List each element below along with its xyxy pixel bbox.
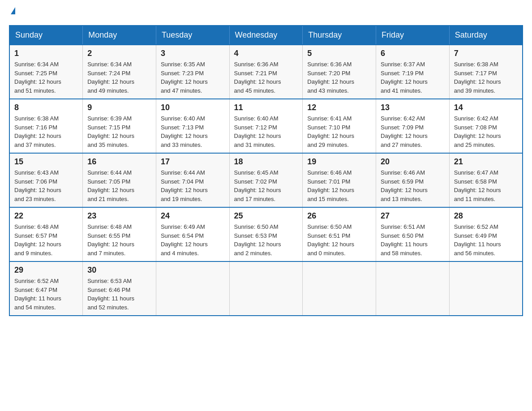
day-info: Sunrise: 6:46 AMSunset: 6:59 PMDaylight:… — [381, 168, 445, 203]
day-info: Sunrise: 6:48 AMSunset: 6:55 PMDaylight:… — [87, 223, 151, 257]
calendar-cell: 20Sunrise: 6:46 AMSunset: 6:59 PMDayligh… — [376, 153, 450, 207]
header-tuesday: Tuesday — [156, 26, 229, 45]
day-info: Sunrise: 6:37 AMSunset: 7:19 PMDaylight:… — [381, 60, 445, 95]
day-number: 18 — [234, 157, 298, 167]
calendar-cell: 6Sunrise: 6:37 AMSunset: 7:19 PMDaylight… — [376, 45, 450, 99]
day-info: Sunrise: 6:38 AMSunset: 7:17 PMDaylight:… — [454, 60, 518, 95]
day-number: 15 — [14, 157, 78, 167]
calendar-table: SundayMondayTuesdayWednesdayThursdayFrid… — [9, 25, 523, 316]
calendar-cell: 13Sunrise: 6:42 AMSunset: 7:09 PMDayligh… — [376, 99, 450, 153]
day-info: Sunrise: 6:50 AMSunset: 6:53 PMDaylight:… — [234, 223, 298, 257]
day-info: Sunrise: 6:43 AMSunset: 7:06 PMDaylight:… — [14, 168, 78, 203]
day-info: Sunrise: 6:41 AMSunset: 7:10 PMDaylight:… — [307, 114, 371, 149]
day-number: 7 — [454, 49, 518, 58]
week-row-4: 22Sunrise: 6:48 AMSunset: 6:57 PMDayligh… — [9, 207, 523, 261]
calendar-cell: 8Sunrise: 6:38 AMSunset: 7:16 PMDaylight… — [9, 99, 83, 153]
day-number: 10 — [161, 103, 225, 112]
day-number: 17 — [161, 157, 225, 167]
logo-triangle-icon — [11, 7, 15, 14]
header-row: SundayMondayTuesdayWednesdayThursdayFrid… — [9, 26, 523, 45]
calendar-cell: 5Sunrise: 6:36 AMSunset: 7:20 PMDaylight… — [303, 45, 376, 99]
calendar-cell — [449, 261, 523, 316]
calendar-cell: 14Sunrise: 6:42 AMSunset: 7:08 PMDayligh… — [449, 99, 523, 153]
calendar-cell: 21Sunrise: 6:47 AMSunset: 6:58 PMDayligh… — [449, 153, 523, 207]
calendar-cell: 15Sunrise: 6:43 AMSunset: 7:06 PMDayligh… — [9, 153, 83, 207]
calendar-cell: 1Sunrise: 6:34 AMSunset: 7:25 PMDaylight… — [9, 45, 83, 99]
week-row-1: 1Sunrise: 6:34 AMSunset: 7:25 PMDaylight… — [9, 45, 523, 99]
calendar-cell: 9Sunrise: 6:39 AMSunset: 7:15 PMDaylight… — [83, 99, 156, 153]
day-number: 23 — [87, 211, 151, 221]
header-saturday: Saturday — [449, 26, 523, 45]
day-number: 22 — [14, 211, 78, 221]
day-number: 28 — [454, 211, 518, 221]
day-info: Sunrise: 6:49 AMSunset: 6:54 PMDaylight:… — [161, 223, 225, 257]
day-number: 6 — [381, 49, 445, 58]
day-info: Sunrise: 6:51 AMSunset: 6:50 PMDaylight:… — [381, 223, 445, 257]
day-info: Sunrise: 6:53 AMSunset: 6:46 PMDaylight:… — [87, 277, 151, 312]
day-number: 30 — [87, 265, 151, 275]
day-info: Sunrise: 6:40 AMSunset: 7:13 PMDaylight:… — [161, 114, 225, 149]
calendar-cell: 19Sunrise: 6:46 AMSunset: 7:01 PMDayligh… — [303, 153, 376, 207]
calendar-cell: 26Sunrise: 6:50 AMSunset: 6:51 PMDayligh… — [303, 207, 376, 261]
day-number: 19 — [307, 157, 371, 167]
day-info: Sunrise: 6:46 AMSunset: 7:01 PMDaylight:… — [307, 168, 371, 203]
calendar-cell: 7Sunrise: 6:38 AMSunset: 7:17 PMDaylight… — [449, 45, 523, 99]
calendar-cell: 10Sunrise: 6:40 AMSunset: 7:13 PMDayligh… — [156, 99, 229, 153]
logo — [9, 9, 15, 16]
calendar-cell: 3Sunrise: 6:35 AMSunset: 7:23 PMDaylight… — [156, 45, 229, 99]
day-info: Sunrise: 6:36 AMSunset: 7:20 PMDaylight:… — [307, 60, 371, 95]
day-number: 5 — [307, 49, 371, 58]
day-info: Sunrise: 6:42 AMSunset: 7:09 PMDaylight:… — [381, 114, 445, 149]
day-number: 29 — [14, 265, 78, 275]
day-info: Sunrise: 6:48 AMSunset: 6:57 PMDaylight:… — [14, 223, 78, 257]
day-info: Sunrise: 6:34 AMSunset: 7:25 PMDaylight:… — [14, 60, 78, 95]
day-info: Sunrise: 6:45 AMSunset: 7:02 PMDaylight:… — [234, 168, 298, 203]
day-number: 2 — [87, 49, 151, 58]
header-thursday: Thursday — [303, 26, 376, 45]
day-info: Sunrise: 6:34 AMSunset: 7:24 PMDaylight:… — [87, 60, 151, 95]
header-sunday: Sunday — [9, 26, 83, 45]
calendar-cell: 23Sunrise: 6:48 AMSunset: 6:55 PMDayligh… — [83, 207, 156, 261]
calendar-cell: 28Sunrise: 6:52 AMSunset: 6:49 PMDayligh… — [449, 207, 523, 261]
calendar-cell: 11Sunrise: 6:40 AMSunset: 7:12 PMDayligh… — [229, 99, 303, 153]
calendar-cell — [303, 261, 376, 316]
calendar-cell: 22Sunrise: 6:48 AMSunset: 6:57 PMDayligh… — [9, 207, 83, 261]
day-number: 11 — [234, 103, 298, 112]
calendar-cell: 17Sunrise: 6:44 AMSunset: 7:04 PMDayligh… — [156, 153, 229, 207]
day-number: 16 — [87, 157, 151, 167]
calendar-cell: 27Sunrise: 6:51 AMSunset: 6:50 PMDayligh… — [376, 207, 450, 261]
week-row-2: 8Sunrise: 6:38 AMSunset: 7:16 PMDaylight… — [9, 99, 523, 153]
calendar-cell: 29Sunrise: 6:52 AMSunset: 6:47 PMDayligh… — [9, 261, 83, 316]
day-number: 27 — [381, 211, 445, 221]
day-info: Sunrise: 6:47 AMSunset: 6:58 PMDaylight:… — [454, 168, 518, 203]
day-number: 9 — [87, 103, 151, 112]
day-info: Sunrise: 6:52 AMSunset: 6:47 PMDaylight:… — [14, 277, 78, 312]
day-info: Sunrise: 6:38 AMSunset: 7:16 PMDaylight:… — [14, 114, 78, 149]
day-info: Sunrise: 6:40 AMSunset: 7:12 PMDaylight:… — [234, 114, 298, 149]
day-info: Sunrise: 6:44 AMSunset: 7:04 PMDaylight:… — [161, 168, 225, 203]
day-info: Sunrise: 6:36 AMSunset: 7:21 PMDaylight:… — [234, 60, 298, 95]
calendar-cell: 16Sunrise: 6:44 AMSunset: 7:05 PMDayligh… — [83, 153, 156, 207]
calendar-cell: 30Sunrise: 6:53 AMSunset: 6:46 PMDayligh… — [83, 261, 156, 316]
calendar-cell: 18Sunrise: 6:45 AMSunset: 7:02 PMDayligh… — [229, 153, 303, 207]
day-number: 14 — [454, 103, 518, 112]
calendar-cell: 2Sunrise: 6:34 AMSunset: 7:24 PMDaylight… — [83, 45, 156, 99]
day-number: 12 — [307, 103, 371, 112]
day-number: 26 — [307, 211, 371, 221]
day-info: Sunrise: 6:35 AMSunset: 7:23 PMDaylight:… — [161, 60, 225, 95]
day-number: 24 — [161, 211, 225, 221]
day-number: 3 — [161, 49, 225, 58]
calendar-cell — [229, 261, 303, 316]
day-number: 8 — [14, 103, 78, 112]
calendar-cell — [376, 261, 450, 316]
page-header — [9, 9, 523, 16]
day-number: 1 — [14, 49, 78, 58]
day-number: 4 — [234, 49, 298, 58]
day-info: Sunrise: 6:44 AMSunset: 7:05 PMDaylight:… — [87, 168, 151, 203]
week-row-3: 15Sunrise: 6:43 AMSunset: 7:06 PMDayligh… — [9, 153, 523, 207]
day-info: Sunrise: 6:42 AMSunset: 7:08 PMDaylight:… — [454, 114, 518, 149]
day-number: 21 — [454, 157, 518, 167]
calendar-cell: 4Sunrise: 6:36 AMSunset: 7:21 PMDaylight… — [229, 45, 303, 99]
header-wednesday: Wednesday — [229, 26, 303, 45]
calendar-cell: 25Sunrise: 6:50 AMSunset: 6:53 PMDayligh… — [229, 207, 303, 261]
